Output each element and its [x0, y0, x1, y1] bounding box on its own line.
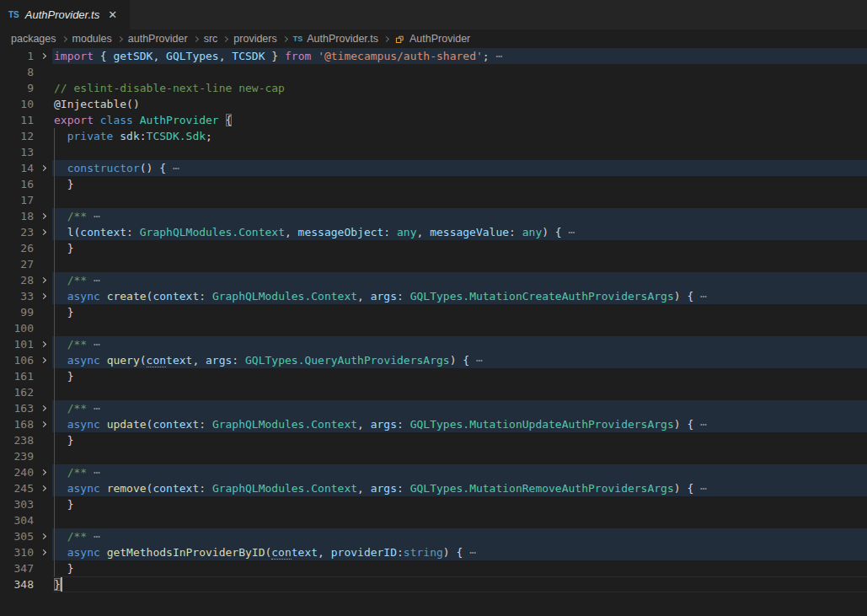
- fold-chevron-icon[interactable]: [34, 422, 52, 426]
- code-text[interactable]: /** ⋯: [52, 208, 867, 224]
- fold-chevron-icon[interactable]: [34, 342, 52, 346]
- breadcrumb-item-modules[interactable]: modules: [72, 33, 112, 45]
- token: string: [404, 546, 443, 559]
- fold-chevron-icon[interactable]: [34, 534, 52, 538]
- code-text[interactable]: /** ⋯: [52, 464, 867, 480]
- code-text[interactable]: constructor() { ⋯: [52, 160, 867, 176]
- code-text[interactable]: async update(context: GraphQLModules.Con…: [52, 416, 867, 432]
- fold-ellipsis[interactable]: ⋯: [87, 402, 100, 415]
- code-text[interactable]: [52, 144, 867, 160]
- code-text[interactable]: /** ⋯: [52, 272, 867, 288]
- fold-chevron-icon[interactable]: [34, 278, 52, 282]
- fold-chevron-icon[interactable]: [34, 166, 52, 170]
- fold-chevron-icon[interactable]: [34, 358, 52, 362]
- code-text[interactable]: [52, 448, 867, 464]
- fold-chevron-icon[interactable]: [34, 486, 52, 490]
- token: GraphQLModules.Context: [212, 482, 357, 495]
- fold-ellipsis[interactable]: ⋯: [469, 546, 476, 559]
- code-text[interactable]: async getMethodsInProviderByID(context, …: [52, 544, 867, 560]
- fold-chevron-icon[interactable]: [34, 294, 52, 298]
- token: [54, 546, 67, 559]
- token: export: [54, 114, 94, 126]
- indent-guide: [54, 176, 55, 192]
- code-text[interactable]: [52, 320, 867, 336]
- code-text[interactable]: }: [52, 240, 867, 256]
- fold-chevron-icon[interactable]: [34, 54, 52, 58]
- token: ) {: [443, 546, 469, 559]
- code-text[interactable]: l(context: GraphQLModules.Context, messa…: [52, 224, 867, 240]
- fold-ellipsis[interactable]: ⋯: [490, 50, 503, 62]
- code-editor: 1import { getSDK, GQLTypes, TCSDK } from…: [0, 48, 867, 592]
- code-text[interactable]: async create(context: GraphQLModules.Con…: [52, 288, 867, 304]
- code-line-347: 347 }: [0, 560, 867, 576]
- fold-ellipsis[interactable]: ⋯: [87, 466, 100, 479]
- fold-ellipsis[interactable]: ⋯: [87, 530, 100, 543]
- fold-ellipsis[interactable]: ⋯: [700, 482, 707, 495]
- token: }: [54, 306, 73, 319]
- code-text[interactable]: /** ⋯: [52, 400, 867, 416]
- fold-chevron-icon[interactable]: [34, 214, 52, 218]
- code-text[interactable]: [52, 192, 867, 208]
- fold-chevron-icon[interactable]: [34, 406, 52, 410]
- token: GQLTypes: [166, 50, 219, 62]
- code-text[interactable]: async remove(context: GraphQLModules.Con…: [52, 480, 867, 496]
- token: :: [383, 226, 397, 238]
- token: GQLTypes.MutationUpdateAuthProvidersArgs: [410, 418, 674, 431]
- gutter: 348: [0, 576, 52, 592]
- gutter: 16: [0, 176, 52, 192]
- close-icon[interactable]: ✕: [105, 7, 120, 23]
- token: update: [107, 418, 147, 431]
- code-text[interactable]: }: [52, 176, 867, 192]
- code-text[interactable]: // eslint-disable-next-line new-cap: [52, 80, 867, 96]
- code-text[interactable]: /** ⋯: [52, 336, 867, 352]
- code-text[interactable]: }: [52, 496, 867, 512]
- fold-chevron-icon[interactable]: [34, 550, 52, 554]
- code-text[interactable]: @Injectable(): [52, 96, 867, 112]
- fold-chevron-icon[interactable]: [34, 470, 52, 474]
- fold-ellipsis[interactable]: ⋯: [476, 354, 483, 367]
- code-text[interactable]: }: [52, 432, 867, 448]
- line-number: 161: [0, 368, 34, 384]
- line-number: 33: [0, 288, 34, 304]
- code-text[interactable]: }: [52, 576, 867, 592]
- fold-ellipsis[interactable]: ⋯: [569, 226, 575, 238]
- tab-authprovider[interactable]: TS AuthProvider.ts ✕: [0, 0, 130, 29]
- breadcrumb-item-file[interactable]: TSAuthProvider.ts: [293, 33, 378, 45]
- code-text[interactable]: }: [52, 368, 867, 384]
- fold-chevron-icon[interactable]: [34, 230, 52, 234]
- gutter: 162: [0, 384, 52, 400]
- code-text[interactable]: /** ⋯: [52, 528, 867, 544]
- chevron-right-icon: [61, 35, 67, 41]
- fold-ellipsis[interactable]: ⋯: [87, 274, 100, 287]
- breadcrumb-item-providers[interactable]: providers: [233, 33, 276, 45]
- code-text[interactable]: [52, 512, 867, 528]
- fold-ellipsis[interactable]: ⋯: [173, 162, 179, 174]
- chevron-right-icon: [40, 421, 45, 427]
- fold-ellipsis[interactable]: ⋯: [87, 338, 100, 351]
- code-text[interactable]: }: [52, 304, 867, 320]
- code-text[interactable]: [52, 384, 867, 400]
- code-text[interactable]: [52, 256, 867, 272]
- breadcrumb-item-src[interactable]: src: [204, 33, 218, 45]
- token: ) {: [674, 482, 700, 495]
- breadcrumb-item-symbol[interactable]: AuthProvider: [394, 33, 470, 45]
- token: getMethodsInProviderByID: [107, 546, 265, 559]
- code-text[interactable]: async query(context, args: GQLTypes.Quer…: [52, 352, 867, 368]
- code-text[interactable]: export class AuthProvider {: [52, 112, 867, 128]
- code-text[interactable]: private sdk:TCSDK.Sdk;: [52, 128, 867, 144]
- line-number: 101: [0, 336, 34, 352]
- gutter: 27: [0, 256, 52, 272]
- code-text[interactable]: [52, 64, 867, 80]
- breadcrumb-item-packages[interactable]: packages: [11, 33, 56, 45]
- line-number: 17: [0, 192, 34, 208]
- breadcrumb-item-authProvider[interactable]: authProvider: [128, 33, 188, 45]
- fold-ellipsis[interactable]: ⋯: [700, 290, 707, 303]
- fold-ellipsis[interactable]: ⋯: [87, 210, 100, 222]
- token: async: [67, 482, 100, 495]
- code-text[interactable]: import { getSDK, GQLTypes, TCSDK } from …: [52, 48, 867, 64]
- fold-ellipsis[interactable]: ⋯: [700, 418, 707, 431]
- gutter: 240: [0, 464, 52, 480]
- token: create: [107, 290, 147, 303]
- code-line-239: 239: [0, 448, 867, 464]
- code-text[interactable]: }: [52, 560, 867, 576]
